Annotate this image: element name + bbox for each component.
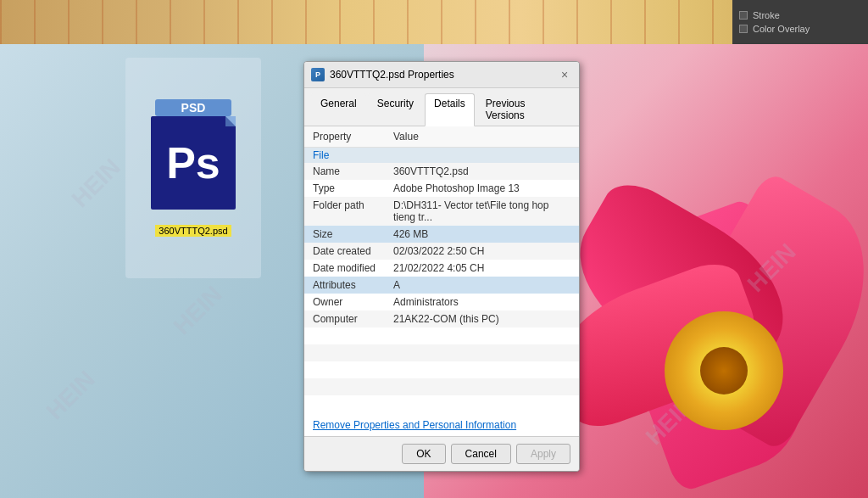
- spacer-row: [304, 327, 579, 344]
- section-row-file: File: [304, 148, 579, 164]
- stroke-checkbox[interactable]: [739, 11, 748, 20]
- prop-computer-label: Computer: [304, 311, 385, 327]
- table-row: Date created 02/03/2022 2:50 CH: [304, 243, 579, 260]
- properties-dialog: P 360VTTTQ2.psd Properties × General Sec…: [303, 61, 580, 472]
- col-property: Property: [304, 126, 385, 148]
- table-row: Owner Administrators: [304, 294, 579, 311]
- spacer-row: [304, 378, 579, 395]
- tab-previous-versions[interactable]: Previous Versions: [476, 93, 572, 126]
- ps-color-overlay-item: Color Overlay: [739, 24, 861, 34]
- dialog-title-left: P 360VTTTQ2.psd Properties: [311, 68, 454, 81]
- prop-modified-value: 21/02/2022 4:05 CH: [385, 260, 579, 277]
- prop-owner-value: Administrators: [385, 294, 579, 311]
- prop-size-label: Size: [304, 226, 385, 243]
- dialog-content: Property Value File Name 360VTTTQ2.psd T…: [304, 126, 579, 436]
- table-row: Name 360VTTTQ2.psd: [304, 163, 579, 180]
- properties-table: Property Value File Name 360VTTTQ2.psd T…: [304, 126, 579, 412]
- dialog-icon-symbol: P: [315, 70, 320, 79]
- prop-modified-label: Date modified: [304, 260, 385, 277]
- psd-corner: [225, 116, 236, 126]
- prop-folder-label: Folder path: [304, 197, 385, 226]
- stroke-label: Stroke: [753, 10, 780, 20]
- prop-name-label: Name: [304, 163, 385, 180]
- prop-type-label: Type: [304, 180, 385, 197]
- table-row: Size 426 MB: [304, 226, 579, 243]
- psd-ps-text: Ps: [166, 141, 220, 185]
- apply-button[interactable]: Apply: [516, 444, 570, 464]
- prop-folder-value: D:\DH311- Vector tet\File tong hop tieng…: [385, 197, 579, 226]
- spacer-row: [304, 361, 579, 378]
- ok-button[interactable]: OK: [402, 444, 445, 464]
- table-row: Folder path D:\DH311- Vector tet\File to…: [304, 197, 579, 226]
- prop-size-value: 426 MB: [385, 226, 579, 243]
- spacer-row: [304, 395, 579, 412]
- dialog-icon: P: [311, 68, 325, 81]
- footer-link-area: Remove Properties and Personal Informati…: [304, 412, 579, 436]
- table-row: Type Adobe Photoshop Image 13: [304, 180, 579, 197]
- tab-general[interactable]: General: [311, 93, 366, 126]
- tab-details[interactable]: Details: [425, 93, 475, 126]
- remove-properties-link[interactable]: Remove Properties and Personal Informati…: [313, 419, 516, 431]
- tab-security[interactable]: Security: [368, 93, 423, 126]
- prop-owner-label: Owner: [304, 294, 385, 311]
- prop-attributes-value: A: [385, 277, 579, 294]
- prop-type-value: Adobe Photoshop Image 13: [385, 180, 579, 197]
- prop-created-label: Date created: [304, 243, 385, 260]
- ps-toolbar: Stroke Color Overlay: [732, 0, 868, 44]
- color-overlay-label: Color Overlay: [753, 24, 810, 34]
- dialog-tabs: General Security Details Previous Versio…: [304, 88, 579, 126]
- dialog-buttons: OK Cancel Apply: [304, 436, 579, 471]
- prop-computer-value: 21AK22-COM (this PC): [385, 311, 579, 327]
- dialog-title-text: 360VTTTQ2.psd Properties: [330, 69, 454, 81]
- psd-file-icon[interactable]: PSD Ps: [142, 99, 244, 218]
- dialog-close-button[interactable]: ×: [557, 67, 572, 82]
- table-row: Attributes A: [304, 277, 579, 294]
- file-label: 360VTTTQ2.psd: [155, 225, 231, 237]
- dialog-titlebar: P 360VTTTQ2.psd Properties ×: [304, 62, 579, 88]
- psd-body: Ps: [151, 116, 236, 210]
- ps-stroke-item: Stroke: [739, 10, 861, 20]
- spacer-row: [304, 344, 579, 361]
- cancel-button[interactable]: Cancel: [451, 444, 511, 464]
- prop-created-value: 02/03/2022 2:50 CH: [385, 243, 579, 260]
- prop-name-value: 360VTTTQ2.psd: [385, 163, 579, 180]
- col-value: Value: [385, 126, 579, 148]
- table-row: Date modified 21/02/2022 4:05 CH: [304, 260, 579, 277]
- section-label: File: [304, 148, 579, 164]
- prop-attributes-label: Attributes: [304, 277, 385, 294]
- color-overlay-checkbox[interactable]: [739, 25, 748, 33]
- table-row: Computer 21AK22-COM (this PC): [304, 311, 579, 327]
- file-icon-area: PSD Ps 360VTTTQ2.psd: [125, 58, 261, 278]
- psd-tag: PSD: [155, 99, 231, 116]
